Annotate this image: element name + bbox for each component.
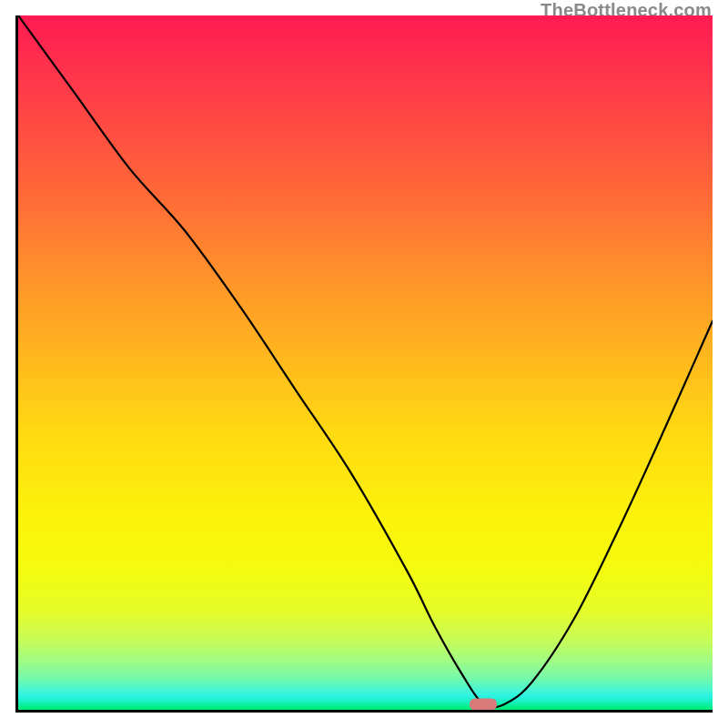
curve-svg bbox=[18, 15, 713, 710]
plot-area bbox=[15, 15, 713, 713]
chart-container: TheBottleneck.com bbox=[0, 0, 728, 728]
bottleneck-curve bbox=[18, 15, 713, 707]
optimum-marker bbox=[470, 698, 497, 710]
